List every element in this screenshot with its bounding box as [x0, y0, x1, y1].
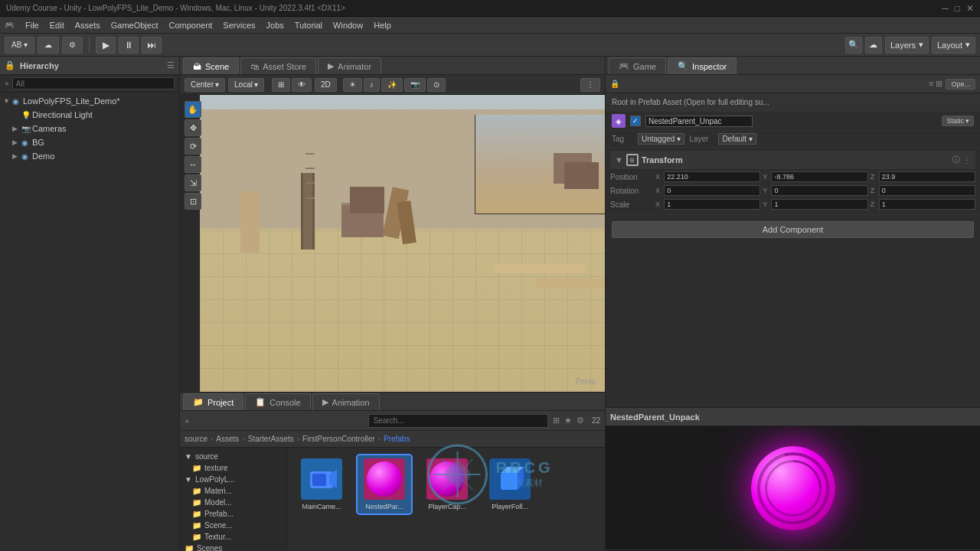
light-toggle-btn[interactable]: ☀ — [343, 78, 362, 92]
asset-item-nestedpar[interactable]: NestedPar... — [358, 455, 411, 514]
inspector-lock-icon[interactable]: 🔒 — [610, 80, 619, 88]
asset-item-playercap[interactable]: PlayerCap... — [420, 455, 474, 514]
minimize-btn[interactable]: ─ — [942, 3, 949, 14]
project-tab[interactable]: 📁 Project — [183, 393, 243, 410]
asset-item-maincam[interactable]: MainCame... — [295, 455, 348, 514]
rotation-y-input[interactable] — [771, 185, 867, 196]
play-button[interactable]: ▶ — [96, 37, 116, 54]
multi-tool[interactable]: ⊡ — [185, 193, 201, 210]
breadcrumb-source[interactable]: source — [185, 435, 207, 443]
scale-tool[interactable]: ↔ — [185, 156, 201, 173]
inspector-grid-icon[interactable]: ⊞ — [936, 79, 942, 89]
menu-tutorial[interactable]: Tutorial — [289, 19, 328, 31]
account-btn[interactable]: AB ▾ — [5, 37, 34, 54]
project-options-2[interactable]: ★ — [564, 416, 572, 425]
hierarchy-add-icon[interactable]: + — [5, 80, 9, 88]
object-name-input[interactable] — [645, 116, 753, 127]
audio-btn[interactable]: ♪ — [364, 78, 380, 92]
scene-view[interactable]: Center ▾ Local ▾ ⊞ 👁 2D ☀ ♪ ✨ 📷 ⊙ — [180, 75, 605, 392]
scale-x-input[interactable] — [664, 199, 760, 210]
close-btn[interactable]: ✕ — [966, 3, 974, 14]
breadcrumb-assets[interactable]: Assets — [216, 435, 239, 443]
rotation-x-input[interactable] — [664, 185, 760, 196]
animation-tab[interactable]: ▶ Animation — [312, 393, 380, 410]
menu-component[interactable]: Component — [163, 19, 217, 31]
menu-help[interactable]: Help — [368, 19, 397, 31]
folder-lowpoly[interactable]: ▼ LowPolyL... — [180, 474, 286, 485]
object-active-checkbox[interactable]: ✓ — [630, 116, 641, 126]
search-icon-btn[interactable]: 🔍 — [845, 37, 862, 54]
settings-btn[interactable]: ⚙ — [62, 37, 83, 54]
menu-assets[interactable]: Assets — [70, 19, 106, 31]
project-options-3[interactable]: ⚙ — [577, 416, 584, 425]
rect-tool[interactable]: ⇲ — [185, 174, 201, 191]
folder-texture[interactable]: 📁 texture — [180, 462, 286, 474]
scene-tab[interactable]: 🏔 Scene — [183, 57, 239, 74]
hierarchy-item-dirlight[interactable]: 💡 Directional Light — [0, 108, 179, 122]
folder-materi[interactable]: 📁 Materi... — [180, 485, 286, 497]
pause-button[interactable]: ⏸ — [119, 37, 139, 54]
grid-btn[interactable]: ⊞ — [272, 78, 290, 92]
move-tool[interactable]: ✥ — [185, 119, 201, 136]
hierarchy-item-cameras[interactable]: ▶ 📷 Cameras — [0, 122, 179, 135]
transform-center-btn[interactable]: Center ▾ — [185, 78, 225, 92]
step-button[interactable]: ⏭ — [142, 37, 162, 54]
position-z-input[interactable] — [879, 171, 975, 182]
visibility-btn[interactable]: 👁 — [292, 78, 312, 92]
layers-dropdown[interactable]: Layers ▾ — [885, 37, 929, 54]
breadcrumb-prefabs[interactable]: Prefabs — [384, 435, 410, 443]
inspector-tab[interactable]: 🔍 Inspector — [668, 57, 737, 74]
project-add-btn[interactable]: + — [185, 416, 189, 425]
game-tab[interactable]: 🎮 Game — [609, 57, 666, 74]
folder-scene[interactable]: 📁 Scene... — [180, 520, 286, 531]
rotate-tool[interactable]: ⟳ — [185, 138, 201, 155]
static-dropdown[interactable]: Static ▾ — [942, 116, 974, 126]
folder-source[interactable]: ▼ source — [180, 451, 286, 462]
menu-edit[interactable]: Edit — [44, 19, 70, 31]
gizmos-btn[interactable]: ⊙ — [427, 78, 446, 92]
folder-scenes[interactable]: 📁 Scenes — [180, 543, 286, 551]
transform-local-btn[interactable]: Local ▾ — [228, 78, 264, 92]
collab-icon-btn[interactable]: ☁ — [865, 37, 882, 54]
transform-menu-icon[interactable]: ⋮ — [963, 156, 971, 165]
hierarchy-item-root[interactable]: ▼ ◉ LowPolyFPS_Lite_Demo* — [0, 94, 179, 108]
hand-tool[interactable]: ✋ — [185, 101, 201, 118]
tag-dropdown[interactable]: Untagged ▾ — [638, 133, 684, 145]
position-x-input[interactable] — [664, 171, 760, 182]
breadcrumb-fps[interactable]: FirstPersonController — [302, 435, 374, 443]
hierarchy-menu-icon[interactable]: ☰ — [167, 60, 175, 70]
cloud-btn[interactable]: ☁ — [38, 37, 59, 54]
breadcrumb-starter[interactable]: StarterAssets — [248, 435, 294, 443]
folder-model[interactable]: 📁 Model... — [180, 497, 286, 508]
2d-btn[interactable]: 2D — [315, 78, 337, 92]
folder-prefab[interactable]: 📁 Prefab... — [180, 508, 286, 520]
hierarchy-item-bg[interactable]: ▶ ◉ BG — [0, 135, 179, 149]
hierarchy-item-demo[interactable]: ▶ ◉ Demo — [0, 149, 179, 163]
hierarchy-search-input[interactable] — [12, 77, 175, 90]
folder-textur[interactable]: 📁 Textur... — [180, 531, 286, 543]
menu-gameobject[interactable]: GameObject — [106, 19, 164, 31]
layout-dropdown[interactable]: Layout ▾ — [932, 37, 975, 54]
inspector-open-btn[interactable]: Ope... — [946, 79, 975, 90]
scale-y-input[interactable] — [771, 199, 867, 210]
menu-window[interactable]: Window — [328, 19, 368, 31]
add-component-btn[interactable]: Add Component — [612, 221, 974, 238]
transform-expand-icon[interactable]: ▼ — [615, 155, 623, 165]
fx-btn[interactable]: ✨ — [381, 78, 403, 92]
menu-file[interactable]: File — [20, 19, 44, 31]
scale-z-input[interactable] — [879, 199, 975, 210]
inspector-list-icon[interactable]: ≡ — [929, 79, 933, 89]
console-tab[interactable]: 📋 Console — [245, 393, 310, 410]
overlay-btn[interactable]: ⋮ — [580, 78, 600, 92]
asset-store-tab[interactable]: 🛍 Asset Store — [240, 57, 316, 74]
rotation-z-input[interactable] — [879, 185, 975, 196]
position-y-input[interactable] — [771, 171, 867, 182]
transform-info-icon[interactable]: ⓘ — [952, 155, 960, 165]
menu-services[interactable]: Services — [217, 19, 260, 31]
scene-cam-btn[interactable]: 📷 — [404, 78, 426, 92]
project-options-1[interactable]: ⊞ — [553, 416, 560, 425]
maximize-btn[interactable]: □ — [955, 3, 960, 14]
menu-jobs[interactable]: Jobs — [261, 19, 289, 31]
animator-tab[interactable]: ▶ Animator — [318, 57, 381, 74]
project-search-input[interactable] — [368, 414, 548, 428]
